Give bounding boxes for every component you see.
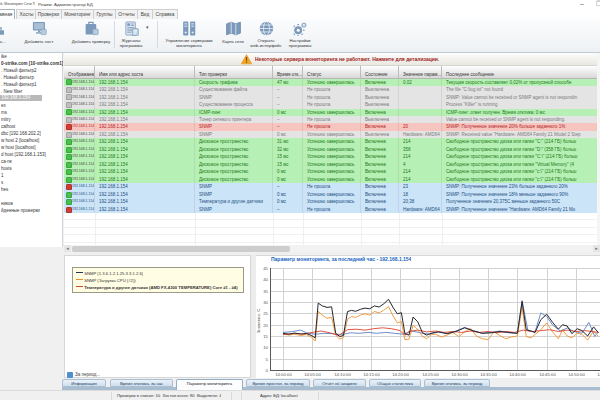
svg-text:14:05:00: 14:05:00 <box>304 372 321 377</box>
svg-text:15: 15 <box>263 334 268 339</box>
svg-text:40: 40 <box>263 277 268 282</box>
svg-text:14:10:00: 14:10:00 <box>334 372 351 377</box>
svg-text:0: 0 <box>266 368 269 373</box>
svg-text:10: 10 <box>263 345 268 350</box>
svg-text:20: 20 <box>263 323 268 328</box>
svg-text:5: 5 <box>266 357 269 362</box>
svg-text:35: 35 <box>263 289 268 294</box>
svg-text:14:00:00: 14:00:00 <box>275 372 292 377</box>
svg-text:14:30:00: 14:30:00 <box>451 372 468 377</box>
svg-text:14:25:00: 14:25:00 <box>422 372 439 377</box>
svg-text:14:20:00: 14:20:00 <box>392 372 409 377</box>
svg-text:14:15:00: 14:15:00 <box>363 372 380 377</box>
svg-text:30: 30 <box>263 300 268 305</box>
svg-text:14:50:00: 14:50:00 <box>568 372 585 377</box>
svg-text:45: 45 <box>263 266 268 271</box>
svg-text:14:45:00: 14:45:00 <box>539 372 556 377</box>
svg-text:Значение, С: Значение, С <box>256 309 261 334</box>
svg-text:14:40:00: 14:40:00 <box>509 372 526 377</box>
svg-text:25: 25 <box>263 311 268 316</box>
svg-text:14:35:00: 14:35:00 <box>480 372 497 377</box>
